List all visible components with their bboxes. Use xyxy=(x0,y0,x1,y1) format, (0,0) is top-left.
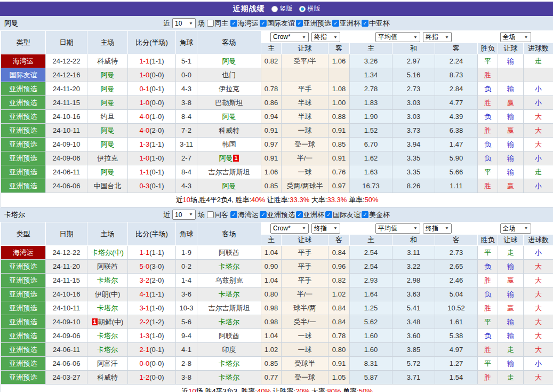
competition-checkbox[interactable]: ✓亚洲预选 xyxy=(296,19,331,28)
result-goals: 走 xyxy=(524,165,553,179)
match-type-badge: 亚洲预选 xyxy=(1,179,45,193)
handicap-line: 半/一 xyxy=(282,151,328,165)
match-type-badge: 亚洲预选 xyxy=(1,371,45,384)
result-handicap: 输 xyxy=(498,165,524,179)
away-team: 伊拉克 xyxy=(197,82,261,96)
home-team: 卡塔尔 xyxy=(87,343,128,357)
handicap-away-odds: 0.91 xyxy=(328,357,350,371)
recent-count-value: 10 xyxy=(175,211,182,219)
recent-count-select[interactable]: 10 ▼ xyxy=(172,18,196,28)
competition-checkbox[interactable]: ✓国际友谊 xyxy=(260,19,295,28)
table-row: 亚洲预选 24-06-06 中国台北 0-3(0-1) 4-3 阿曼 0.85 … xyxy=(1,179,553,193)
avg-away-odds: 10.52 xyxy=(435,301,478,315)
match-type-cell: 亚洲预选 xyxy=(1,260,46,274)
score-cell: 0-1(0-1) xyxy=(128,82,176,96)
handicap-home-odds: 1.04 xyxy=(261,329,282,343)
avg-home-odds: 2.54 xyxy=(350,246,392,260)
final-odds-select[interactable]: 终指 ▼ xyxy=(311,223,340,234)
team-name: 阿曼 xyxy=(4,19,18,28)
team-section: 卡塔尔 近 10 ▼ 场 同客 ✓海湾运✓亚洲预选✓亚洲杯✓国际友谊✓美金杯 xyxy=(0,207,553,392)
fulltime-score: 1-2 xyxy=(139,373,149,381)
final-odds-select[interactable]: 终指 ▼ xyxy=(311,32,340,42)
result-goals: 小 xyxy=(524,151,553,165)
competition-checkbox[interactable]: ✓海湾运 xyxy=(230,210,259,220)
match-type-badge: 亚洲预选 xyxy=(1,151,45,165)
away-team: 阿曼 xyxy=(197,54,261,68)
corner-score: 2-8 xyxy=(176,357,197,371)
match-type-cell: 亚洲预选 xyxy=(1,96,46,110)
summary-row: 近10场,胜4平3负3, 胜率:40% 让胜率:20% 大率:80% 单率:50… xyxy=(1,385,553,392)
average-select[interactable]: 平均值 ▼ xyxy=(375,223,420,234)
fulltime-select[interactable]: 全场 ▼ xyxy=(500,223,531,234)
match-type-cell: 亚洲预选 xyxy=(1,110,46,124)
table-row: 亚洲预选 24-10-11 卡塔尔 3-1(1-0) 10-3 吉尔吉斯斯坦 0… xyxy=(1,301,553,315)
handicap-line: 半/一 xyxy=(282,287,328,301)
table-body: 海湾运 24-12-22 科威特 1-1(1-1) 5-1 阿曼 0.82 受平… xyxy=(1,54,553,193)
avg-away-odds: 2.84 xyxy=(435,82,478,96)
match-type-cell: 亚洲预选 xyxy=(1,357,46,371)
fulltime-score: 1-0 xyxy=(139,154,149,162)
competition-label: 亚洲预选 xyxy=(267,210,295,220)
home-team: 约旦 xyxy=(87,110,128,124)
handicap-select-cell: Crow* ▼ 终指 ▼ xyxy=(261,222,350,235)
final-odds-select-2[interactable]: 终指 ▼ xyxy=(423,32,452,42)
handicap-home-odds: 0.91 xyxy=(261,124,282,138)
final-odds-select-2[interactable]: 终指 ▼ xyxy=(423,223,452,234)
avg-draw-odds: 8.26 xyxy=(392,179,435,193)
result-wdl: 胜 xyxy=(478,371,498,385)
home-team: 阿富汗 xyxy=(87,357,128,371)
match-type-cell: 亚洲预选 xyxy=(1,82,46,96)
radio-horizontal[interactable]: 横版 xyxy=(299,4,320,13)
red-card-badge: 1 xyxy=(233,155,238,162)
handicap-line: 球半/两 xyxy=(282,301,328,315)
avg-away-odds: 1.11 xyxy=(435,179,478,193)
fulltime-select[interactable]: 全场 ▼ xyxy=(500,32,531,42)
team-sections: 阿曼 近 10 ▼ 场 同主 ✓海湾运✓国际友谊✓亚洲预选✓亚洲杯✓中亚杯 xyxy=(0,16,553,392)
average-select[interactable]: 平均值 ▼ xyxy=(375,32,420,42)
competition-checkbox[interactable]: ✓中亚杯 xyxy=(362,19,390,28)
result-wdl: 胜 xyxy=(478,301,498,315)
away-team: 吉尔吉斯斯坦 xyxy=(197,165,261,179)
avg-away-odds: 4.39 xyxy=(435,110,478,124)
handicap-home-odds: 0.98 xyxy=(261,315,282,329)
result-handicap: 输 xyxy=(498,329,524,343)
match-type-cell: 亚洲预选 xyxy=(1,274,46,287)
radio-vertical[interactable]: 竖版 xyxy=(271,4,293,13)
competition-checkbox[interactable]: ✓亚洲杯 xyxy=(332,19,360,28)
chevron-down-icon: ▼ xyxy=(524,35,528,38)
competition-filters: ✓海湾运✓亚洲预选✓亚洲杯✓国际友谊✓美金杯 xyxy=(230,210,390,220)
subcol-result-goals: 进球数 xyxy=(524,235,553,246)
away-team: 乌兹别克 xyxy=(197,274,261,287)
away-team: 卡塔尔 xyxy=(197,287,261,301)
recent-count-select[interactable]: 10 ▼ xyxy=(172,210,196,220)
competition-label: 海湾运 xyxy=(238,19,259,28)
competition-checkbox[interactable]: ✓美金杯 xyxy=(362,210,390,220)
bookmaker-select[interactable]: Crow* ▼ xyxy=(270,223,309,234)
score-cell: 1-1(1-1) xyxy=(128,246,176,260)
away-team: 阿曼 xyxy=(197,179,261,193)
result-goals: 大 xyxy=(524,315,553,329)
col-home: 主场 xyxy=(87,222,128,246)
avg-draw-odds: 3.35 xyxy=(392,165,435,179)
match-date: 24-06-06 xyxy=(46,357,87,371)
handicap-away-odds: 0.78 xyxy=(328,329,350,343)
bookmaker-select[interactable]: Crow* ▼ xyxy=(270,32,309,42)
avg-draw-odds: 5.72 xyxy=(392,357,435,371)
competition-checkbox[interactable]: ✓亚洲预选 xyxy=(260,210,295,220)
handicap-line: 平手 xyxy=(282,260,328,274)
corner-score: 3-8 xyxy=(176,96,197,110)
competition-checkbox[interactable]: ✓国际友谊 xyxy=(325,210,360,220)
radio-unchecked-icon xyxy=(271,6,278,12)
competition-checkbox[interactable]: ✓亚洲杯 xyxy=(296,210,324,220)
same-venue-checkbox[interactable]: 同客 xyxy=(207,210,228,220)
handicap-home-odds: 0.97 xyxy=(261,138,282,151)
same-venue-label: 同主 xyxy=(214,19,228,28)
same-venue-checkbox[interactable]: 同主 xyxy=(207,19,228,28)
result-wdl: 平 xyxy=(478,246,498,260)
competition-checkbox[interactable]: ✓海湾运 xyxy=(230,19,259,28)
title-bar: 近期战绩 竖版 横版 xyxy=(0,2,553,16)
score-cell: 3-1(1-0) xyxy=(128,301,176,315)
avg-away-odds: 1.54 xyxy=(435,371,478,385)
fulltime-score: 3-1 xyxy=(139,304,149,312)
result-wdl: 胜 xyxy=(478,343,498,357)
